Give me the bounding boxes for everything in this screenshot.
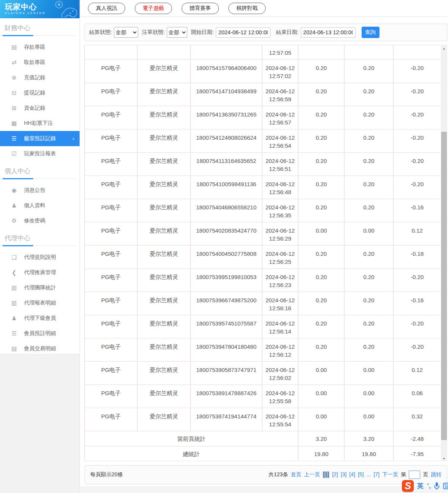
sidebar-item-player-report[interactable]: ☑ 玩家投注報表 ›	[0, 146, 80, 161]
bet-records-table: 12:57:05 PG电子 爱尔兰精灵 1800754157964006400 …	[84, 45, 447, 461]
sidebar-item-agent-sub-members[interactable]: ♟ 代理下級會員 ›	[0, 311, 80, 326]
ime-language-toggle[interactable]: 英	[417, 482, 424, 490]
sidebar-section-title: 個人中心	[5, 167, 80, 176]
cell-platform: PG电子	[85, 129, 137, 152]
cell-platform: PG电子	[85, 338, 137, 361]
sogou-logo-icon[interactable]: S	[402, 480, 414, 492]
settle-status-select[interactable]: 全部	[114, 27, 138, 38]
scrollbar-thumb[interactable]	[441, 132, 447, 440]
gamepad-icon	[51, 1, 77, 18]
sidebar-item-member-transaction[interactable]: ▤ 會員交易明細 ›	[0, 341, 80, 356]
cell-datetime: 2024-06-12 12:56:57	[262, 106, 298, 129]
cell-bet-amount: 0.00	[298, 408, 344, 431]
sidebar-item-room-bet-record[interactable]: ☰ 廳室投註記錄 ›	[0, 131, 80, 146]
category-tab[interactable]: 電子遊藝	[135, 3, 172, 14]
sidebar-item-change-password-gear[interactable]: ⚙ 修改密碼 ›	[0, 213, 80, 228]
cell-bet-amount: 0.20	[298, 245, 344, 268]
pagination-link[interactable]: [5]	[358, 471, 364, 478]
query-button[interactable]: 查詢	[362, 27, 379, 38]
cell-game: 爱尔兰精灵	[137, 361, 191, 385]
scroll-up-arrow-icon[interactable]: ▲	[441, 45, 447, 51]
cell-platform	[85, 45, 137, 59]
category-tab[interactable]: 棋牌對戰	[228, 3, 266, 14]
category-tabbar: 真人視訊 電子遊藝 體育賽事 棋牌對戰	[80, 0, 448, 17]
sidebar-section: 財務中心 ▤ 存款專區 › ⇄ 取款專區 › ⊕ 充值記錄 › ⊟ 提現記錄 ›…	[0, 18, 80, 161]
room-bet-record-icon: ☰	[10, 135, 18, 142]
agent-promo-share-icon: ❮	[10, 269, 18, 276]
order-status-select[interactable]: 全部	[167, 27, 187, 38]
category-tab[interactable]: 體育賽事	[182, 3, 219, 14]
sidebar-item-label: 廳室投註記錄	[24, 135, 56, 142]
cell-order-id: 1800754004502775808	[191, 245, 262, 268]
sidebar-item-recharge-record[interactable]: ⊕ 充值記錄 ›	[0, 70, 80, 85]
sidebar-item-lottery-bet[interactable]: ▦ HH彩票下注 ›	[0, 116, 80, 131]
cell-game: 爱尔兰精灵	[137, 222, 191, 245]
profile-person-icon: ♟	[10, 202, 18, 209]
sidebar-item-withdrawal-record[interactable]: ⊟ 提現記錄 ›	[0, 85, 80, 101]
sidebar-item-label: 代理團隊統計	[24, 284, 56, 291]
cell-bet-amount: 0.20	[298, 152, 344, 176]
cell-game: 爱尔兰精灵	[137, 268, 191, 292]
pagination-link[interactable]: [3]	[341, 471, 347, 478]
sidebar-item-label: 代理下級會員	[24, 315, 56, 322]
table-row: PG电子 爱尔兰精灵 1800754157964006400 2024-06-1…	[85, 59, 441, 83]
pagination-link[interactable]: [1]	[323, 471, 330, 478]
cell-game	[137, 45, 191, 59]
summary-label: 總統計	[85, 446, 298, 461]
table-row: PG电子 爱尔兰精灵 1800754046806558210 2024-06-1…	[85, 199, 441, 222]
cell-game: 爱尔兰精灵	[137, 83, 191, 106]
sidebar-item-profile-person[interactable]: ♟ 個人資料 ›	[0, 198, 80, 213]
ime-punctuation-toggle[interactable]: ’,	[427, 482, 430, 490]
sidebar-item-withdraw-hand[interactable]: ⇄ 取款專區 ›	[0, 55, 80, 70]
cell-profit: -0.20	[394, 268, 441, 292]
pagination-link[interactable]: 下一页	[382, 471, 398, 478]
sidebar-item-agent-rules-doc[interactable]: ❏ 代理規則說明 ›	[0, 250, 80, 265]
pagination-link[interactable]: 上一页	[304, 471, 320, 478]
summary-profit: -7.95	[394, 446, 441, 461]
sidebar-item-label: 取款專區	[24, 59, 45, 66]
cell-valid-amount: 0.20	[344, 338, 394, 361]
cell-profit: -0.20	[394, 59, 441, 83]
sidebar-item-announcement-bell[interactable]: ◉ 消息公告 ›	[0, 183, 80, 198]
page-size-text: 每頁顯示20條	[90, 471, 123, 478]
pagination-link[interactable]: ...	[367, 471, 371, 478]
scroll-down-arrow-icon[interactable]: ▼	[441, 455, 447, 461]
table-row: PG电子 爱尔兰精灵 1800753966749875200 2024-06-1…	[85, 292, 441, 315]
sidebar-item-member-bet-detail[interactable]: ☰ 會員投註明細 ›	[0, 326, 80, 341]
pagination-link[interactable]: 首页	[291, 471, 301, 478]
jump-button[interactable]: 跳转	[431, 471, 442, 478]
end-date-input[interactable]	[301, 27, 356, 38]
cell-datetime: 2024-06-12 12:56:02	[262, 361, 298, 385]
pagination-link[interactable]: [7]	[373, 471, 379, 478]
cell-order-id: 1800754147104938499	[191, 83, 262, 106]
sidebar-item-label: HH彩票下注	[24, 120, 53, 127]
cell-order-id: 1800754136350731265	[191, 106, 262, 129]
sidebar-item-agent-report-detail[interactable]: ▥ 代理報表明細 ›	[0, 295, 80, 311]
cell-profit: -0.20	[394, 83, 441, 106]
withdraw-hand-icon: ⇄	[10, 59, 18, 66]
cell-platform: PG电子	[85, 245, 137, 268]
cell-datetime: 2024-06-12 12:56:14	[262, 315, 298, 338]
page-jump-input[interactable]	[409, 471, 420, 479]
start-date-input[interactable]	[216, 27, 271, 38]
cell-datetime: 2024-06-12 12:55:58	[262, 385, 298, 408]
cell-game: 爱尔兰精灵	[137, 199, 191, 222]
cell-valid-amount: 0.00	[344, 222, 394, 245]
table-row: PG电子 爱尔兰精灵 1800753874194144774 2024-06-1…	[85, 408, 441, 431]
microphone-icon[interactable]	[434, 482, 440, 490]
cell-profit: 0.06	[394, 385, 441, 408]
sidebar-item-agent-team-stats[interactable]: ▥ 代理團隊統計 ›	[0, 280, 80, 295]
cell-order-id: 1800754020835424770	[191, 222, 262, 245]
sidebar-item-funds-record[interactable]: ⊞ 資金記錄 ›	[0, 101, 80, 116]
cell-bet-amount: 0.20	[298, 292, 344, 315]
keyboard-icon[interactable]	[443, 483, 448, 489]
category-tab[interactable]: 真人視訊	[88, 3, 125, 14]
deposit-card-icon: ▤	[10, 44, 18, 51]
sidebar-item-agent-promo-share[interactable]: ❮ 代理推廣管理 ›	[0, 265, 80, 280]
cell-platform: PG电子	[85, 199, 137, 222]
cell-bet-amount: 0.20	[298, 83, 344, 106]
vertical-scrollbar[interactable]: ▲ ▼	[441, 45, 447, 461]
sidebar-item-deposit-card[interactable]: ▤ 存款專區 ›	[0, 40, 80, 55]
pagination-link[interactable]: [4]	[349, 471, 356, 478]
pagination-link[interactable]: [2]	[332, 471, 338, 478]
